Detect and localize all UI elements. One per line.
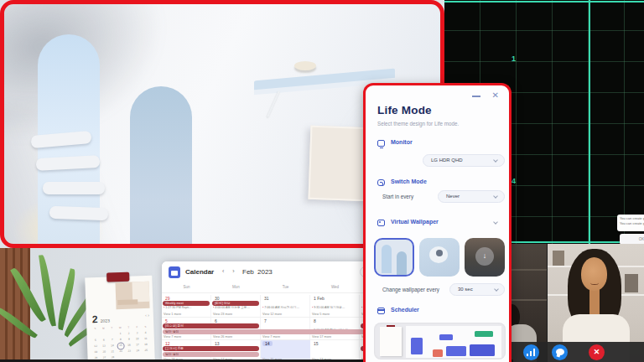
bookshelf-line [512,269,547,271]
scheduler-section-label: Scheduler [391,307,419,313]
desk-date: 24 [133,348,142,354]
desk-calendar-year: 2023 [101,318,110,323]
minimize-button[interactable] [472,96,480,97]
day-number[interactable]: 1 Feb [312,296,325,301]
desk-date: 23 [125,348,133,354]
calendar-app-title: Calendar [185,268,214,276]
weekday-label: Sun [162,285,211,289]
event-bar[interactable]: [회의] 전달 [212,301,259,306]
current-year[interactable]: 2023 [257,268,273,276]
chevron-down-icon [493,194,498,199]
arch-niche-right [130,86,192,248]
change-wallpaper-value: 30 sec [458,287,473,292]
stair-step [36,155,101,171]
shelf-bracket [267,90,280,117]
life-mode-panel: ✕ Life Mode Select theme design for Life… [363,83,512,362]
switch-mode-icon [377,179,385,186]
thumbnail-arch [397,251,407,275]
chevron-icon[interactable] [493,220,498,225]
switch-mode-section-label: Switch Mode [391,178,427,184]
wallpaper-thumbnail-arches-selected[interactable] [374,238,414,277]
view-more-link[interactable]: View 17 more [312,335,331,339]
monitor-section-label: Monitor [391,139,413,145]
event-bar[interactable]: [고객사] 최종 [163,346,259,351]
desk-calendar-illustration [117,299,138,305]
weekday-label: Mon [211,285,261,289]
event-bar[interactable]: [선수금] 회의 [163,323,259,328]
view-more-link[interactable]: View 23 more [213,313,232,316]
event-text[interactable]: 1:27:30 PM Repti… [164,306,210,309]
event-bar[interactable]: Weekly meet [163,301,210,306]
wallpaper-thumbnail-download[interactable]: ↓ [465,238,505,277]
panel-title: Life Mode [377,104,432,116]
monitor-dropdown[interactable]: LG HDR QHD [423,154,505,167]
wallpaper-thumbnail-studio[interactable] [419,238,460,277]
desk-calendar-nav-arrows: ‹ › [145,313,149,318]
call-control-bar: ✕ [512,342,644,362]
bookshelf-books [553,251,564,266]
bookshelf-books [625,274,638,292]
event-bar[interactable]: 엄마 생신 [163,352,259,357]
stair-step [43,182,105,194]
view-more-link[interactable]: View 1 more [164,313,181,316]
month-nav-arrows[interactable]: ‹ › [222,268,238,274]
stair-step [49,206,108,220]
change-wallpaper-label: Change wallpaper every [382,287,439,292]
weekday-label: Wed [310,285,360,289]
event-text[interactable]: 4:00:00 AM 자격증 교육… [213,306,260,309]
day-number[interactable]: 14 [262,341,273,346]
view-more-link[interactable]: View 5 more [312,313,330,316]
event-text[interactable]: 9:31:00 AM 정기적금… [312,306,359,309]
stair-step [30,131,91,148]
volume-bars-icon [527,349,536,356]
grid-accent-line-top [444,1,644,3]
preview-event [475,331,493,337]
volume-bars-button[interactable] [523,344,539,360]
preview-event [446,346,466,356]
participant-face [581,257,607,291]
day-number[interactable]: 15 [312,341,319,346]
monitor-dropdown-value: LG HDR QHD [431,158,463,163]
desk-date: 25 [142,348,150,354]
day-number[interactable]: 31 [262,296,269,301]
panel-subtitle: Select theme design for Life mode. [377,121,459,127]
day-number[interactable]: 7 [262,318,267,323]
view-more-link[interactable]: View 7 more [164,335,181,339]
shelf-object [294,61,316,70]
bookshelf-line [512,299,547,301]
chevron-down-icon [493,158,498,163]
scheduler-preview[interactable] [374,323,506,359]
view-more-link[interactable]: View 12 more [262,313,282,316]
grid-tooltip: You can create grid gu You can create gr… [617,215,644,231]
chat-button[interactable] [552,344,568,360]
leaning-frame [308,126,371,201]
scheduler-icon [377,308,385,314]
view-more-link[interactable]: View 26 more [213,335,232,339]
view-more-link[interactable]: View 7 more [262,335,280,339]
current-month[interactable]: Feb [242,268,254,276]
participant-smile [590,281,599,285]
switch-mode-dropdown-value: Never [446,194,460,199]
preview-event [433,349,443,357]
preview-event [439,334,453,340]
grid-accent-line-vertical [589,0,590,244]
end-call-button[interactable]: ✕ [589,344,605,360]
day-number[interactable]: 8 [312,318,316,323]
video-call-region: ✕ [512,244,644,362]
close-button[interactable]: ✕ [492,90,499,100]
event-text[interactable]: 7:06:00 AM 자전거 타기… [262,306,309,309]
monitor-icon [377,140,385,147]
preview-event [411,338,423,354]
arch-niche-left [38,34,100,248]
desk-calendar-date-grid: SMTWTFS123456789101112131415161718192021… [91,324,150,359]
screen: 1 4 You can create grid gu You can creat… [0,0,644,362]
participant-neck [589,287,600,316]
switch-mode-dropdown[interactable]: Never [438,190,505,203]
start-in-every-label: Start in every [382,194,413,199]
preview-event [470,344,495,356]
change-wallpaper-dropdown[interactable]: 30 sec [449,283,505,296]
desk-calendar-clip [106,272,129,282]
chevron-down-icon [494,287,499,292]
grid-row-label-4: 4 [512,177,516,185]
weekday-label: Tue [261,285,310,289]
